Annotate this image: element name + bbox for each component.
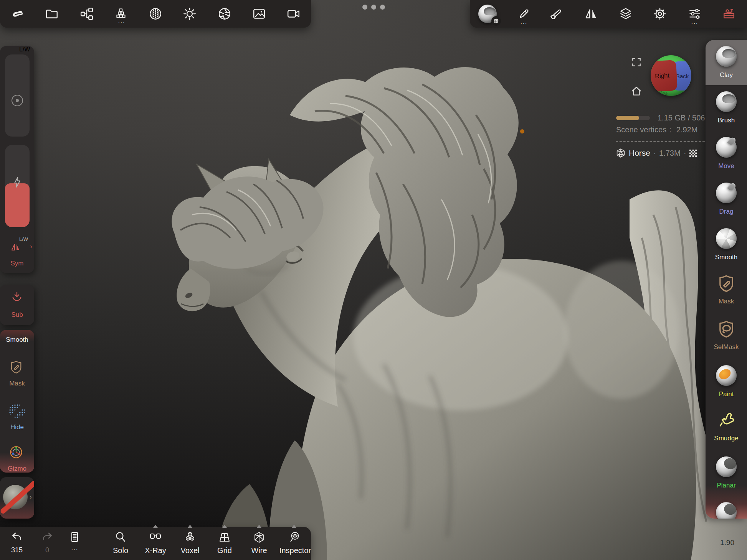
quick-tools-panel: Smooth Mask Hide Gizmo: [0, 330, 34, 473]
scene-vertices-value: 2.92M: [676, 125, 698, 134]
tool-item-smudge[interactable]: Smudge: [706, 405, 747, 450]
tool-item-clay[interactable]: Clay: [706, 40, 747, 85]
radius-readout: 1.90: [720, 539, 734, 547]
toolbox-button[interactable]: [717, 2, 741, 26]
panel-caret-icon: [292, 525, 296, 528]
wireframe-hex-icon: [253, 531, 266, 544]
inspector-button[interactable]: Inspector: [278, 531, 312, 555]
object-row[interactable]: Horse · 1.73M ·: [616, 148, 697, 158]
brush-settings-badge[interactable]: [491, 16, 501, 26]
history-pages-button[interactable]: ...: [60, 531, 89, 550]
layers-button[interactable]: [613, 2, 638, 26]
scene-graph-button[interactable]: [74, 2, 99, 26]
app-logo-button[interactable]: [5, 2, 30, 26]
gizmo-tool-icon[interactable]: [9, 445, 23, 460]
brush-sphere-icon: [716, 91, 737, 112]
settings-button[interactable]: [648, 2, 672, 26]
material-panel[interactable]: ›: [0, 477, 34, 519]
window-drag-handle[interactable]: [360, 4, 387, 10]
tool-label: Move: [708, 162, 745, 170]
texture-checker-icon: [689, 150, 697, 157]
smooth-shortcut-label[interactable]: Smooth: [0, 336, 34, 344]
view-cube[interactable]: Back Right Left: [651, 55, 691, 96]
drag-dot: [371, 5, 376, 10]
paint-brush-button[interactable]: [543, 2, 568, 26]
undo-button[interactable]: 315: [2, 531, 31, 554]
undo-count: 315: [11, 546, 23, 554]
open-folder-button[interactable]: [40, 2, 64, 26]
mesh-icosahedron-icon: [616, 148, 626, 158]
view-cube-face-front[interactable]: Right: [651, 60, 678, 92]
lighting-sun-icon: [183, 7, 197, 21]
home-icon: [631, 86, 642, 97]
tool-item-drag[interactable]: Drag: [706, 176, 747, 222]
grid-button[interactable]: Grid: [210, 531, 239, 555]
tool-item-partial[interactable]: [706, 496, 747, 519]
home-view-button[interactable]: [626, 81, 646, 101]
sub-label[interactable]: Sub: [0, 311, 34, 319]
post-process-aperture-icon: [218, 7, 231, 21]
camera-button[interactable]: [281, 2, 306, 26]
redo-count: 0: [45, 546, 49, 554]
wire-button[interactable]: Wire: [245, 531, 274, 555]
interface-sliders-more: ...: [689, 20, 700, 24]
tool-item-brush[interactable]: Brush: [706, 85, 747, 130]
symmetry-expand-chevron[interactable]: ›: [30, 243, 32, 250]
history-pages-icon: [68, 531, 81, 544]
sep-dot: ·: [653, 148, 656, 158]
radius-slider[interactable]: [5, 54, 30, 137]
material-expand-chevron[interactable]: ›: [30, 493, 32, 501]
symmetry-toggle-icon[interactable]: [10, 241, 22, 253]
gizmo-label[interactable]: Gizmo: [0, 465, 34, 473]
fullscreen-button[interactable]: [626, 52, 646, 72]
fullscreen-icon: [631, 56, 642, 68]
stroke-settings-panel: L/W L/W › Sym: [0, 46, 34, 273]
symmetry-mirror-button[interactable]: [579, 2, 603, 26]
hide-tool-icon[interactable]: [9, 404, 25, 418]
sub-tool-icon[interactable]: [11, 291, 23, 303]
mask-shortcut-icon[interactable]: [9, 360, 23, 374]
redo-icon: [41, 531, 54, 544]
tool-item-planar[interactable]: Planar: [706, 450, 747, 496]
undo-icon: [10, 531, 23, 544]
solo-magnifier-icon: [114, 531, 127, 544]
lighting-button[interactable]: [177, 2, 202, 26]
open-folder-icon: [45, 7, 59, 21]
tool-label: Planar: [708, 482, 745, 489]
tool-label: Smudge: [708, 435, 745, 442]
grid-plane-icon: [218, 531, 231, 544]
paint-brush-icon: [549, 7, 562, 21]
tool-item-smooth[interactable]: Smooth: [706, 222, 747, 267]
tool-item-move[interactable]: Move: [706, 131, 747, 176]
planar-sphere-icon: [716, 456, 737, 477]
redo-button[interactable]: 0: [33, 531, 62, 554]
intensity-bolt-icon: [13, 176, 22, 188]
tool-item-selmask[interactable]: SelMask: [706, 313, 747, 359]
tool-item-mask[interactable]: Mask: [706, 268, 747, 313]
camera-video-icon: [287, 7, 301, 21]
tool-label: Brush: [708, 117, 745, 124]
sub-panel: Sub: [0, 285, 34, 325]
background-image-button[interactable]: [247, 2, 271, 26]
tool-label: Clay: [708, 71, 745, 79]
tool-label: SelMask: [708, 343, 745, 351]
hide-label[interactable]: Hide: [0, 423, 34, 431]
voxel-button[interactable]: Voxel: [175, 531, 205, 555]
post-process-button[interactable]: [212, 2, 237, 26]
drag-dot: [380, 5, 385, 10]
next-tool-sphere-icon: [716, 502, 737, 519]
sym-label[interactable]: Sym: [0, 260, 34, 267]
inspector-lens-icon: [289, 531, 302, 544]
voxel-cubes-icon: [183, 531, 197, 544]
xray-button[interactable]: X-Ray: [141, 531, 170, 555]
tool-item-paint[interactable]: Paint: [706, 359, 747, 404]
lw-label: L/W: [19, 46, 30, 53]
topology-button[interactable]: [143, 2, 168, 26]
app-logo-icon: [10, 7, 24, 21]
panel-caret-icon: [257, 525, 261, 528]
intensity-slider[interactable]: [5, 145, 30, 227]
solo-button[interactable]: Solo: [106, 531, 135, 555]
mask-shortcut-label[interactable]: Mask: [0, 380, 34, 387]
tool-label: Drag: [708, 208, 745, 216]
multiresolution-more: ...: [116, 19, 127, 23]
